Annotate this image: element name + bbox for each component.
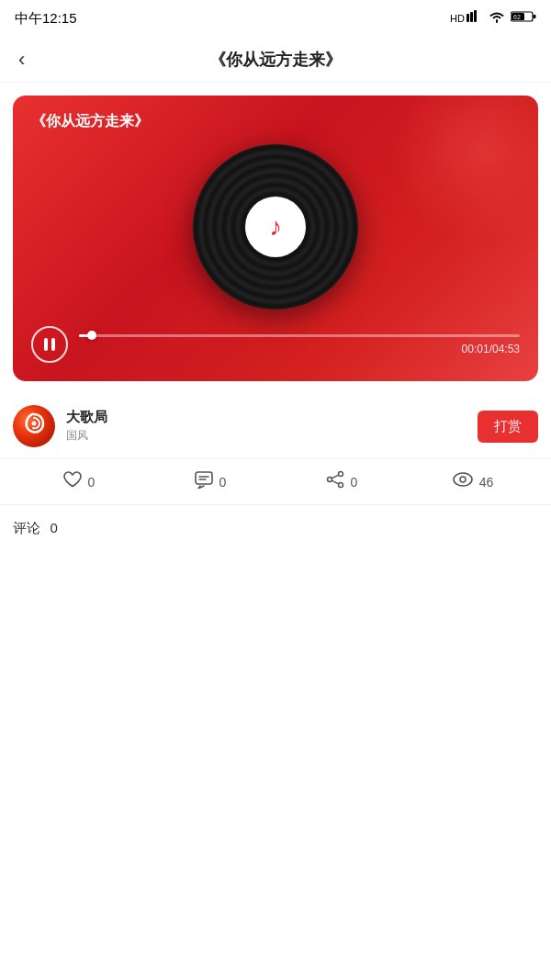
status-bar: 中午12:15 HD 62 ⚡ bbox=[0, 0, 551, 37]
svg-rect-2 bbox=[470, 12, 473, 22]
svg-point-15 bbox=[327, 478, 332, 482]
progress-container[interactable]: 00:01/04:53 bbox=[79, 334, 520, 355]
heart-icon bbox=[62, 470, 83, 493]
avatar-symbol bbox=[20, 410, 48, 443]
vinyl-center: ♪ bbox=[245, 197, 306, 257]
music-card: 《你从远方走来》 ♪ 00:01/04:53 bbox=[13, 96, 538, 381]
share-action[interactable]: 0 bbox=[276, 470, 407, 493]
svg-text:⚡: ⚡ bbox=[534, 12, 536, 21]
svg-point-14 bbox=[338, 483, 343, 488]
status-time: 中午12:15 bbox=[15, 10, 77, 28]
eye-icon bbox=[452, 471, 474, 492]
author-row: 大歌局 国风 打赏 bbox=[0, 394, 551, 459]
header: ‹ 《你从远方走来》 bbox=[0, 37, 551, 83]
author-info: 大歌局 国风 bbox=[66, 409, 478, 444]
svg-point-9 bbox=[32, 422, 37, 426]
vinyl-record: ♪ bbox=[193, 144, 358, 310]
share-count: 0 bbox=[351, 475, 358, 490]
time-display: 00:01/04:53 bbox=[79, 343, 520, 355]
player-controls: 00:01/04:53 bbox=[31, 326, 520, 363]
svg-line-17 bbox=[332, 480, 339, 484]
svg-text:62: 62 bbox=[513, 14, 521, 20]
comment-count: 0 bbox=[219, 475, 227, 490]
author-name: 大歌局 bbox=[66, 409, 478, 426]
progress-track[interactable] bbox=[79, 334, 520, 337]
comments-count: 0 bbox=[50, 520, 57, 535]
svg-rect-10 bbox=[196, 472, 212, 484]
view-count: 46 bbox=[479, 475, 494, 490]
music-card-title: 《你从远方走来》 bbox=[31, 112, 520, 131]
action-row: 0 0 0 bbox=[0, 459, 551, 505]
status-icons: HD 62 ⚡ bbox=[450, 10, 536, 28]
battery-icon: 62 ⚡ bbox=[511, 10, 536, 27]
svg-text:HD: HD bbox=[450, 13, 465, 24]
share-icon bbox=[325, 470, 345, 493]
progress-dot bbox=[87, 331, 96, 340]
comments-label: 评论 bbox=[13, 520, 40, 535]
wifi-icon bbox=[489, 10, 505, 27]
like-count: 0 bbox=[88, 475, 96, 490]
svg-rect-3 bbox=[474, 10, 477, 22]
svg-point-13 bbox=[338, 472, 343, 477]
music-note-icon: ♪ bbox=[269, 212, 282, 242]
comment-icon bbox=[194, 470, 214, 493]
svg-rect-1 bbox=[467, 14, 469, 22]
view-action: 46 bbox=[407, 471, 538, 492]
vinyl-container: ♪ bbox=[31, 144, 520, 310]
svg-point-19 bbox=[460, 477, 466, 482]
author-tag: 国风 bbox=[66, 428, 478, 444]
signal-icon: HD bbox=[450, 10, 483, 28]
pause-button[interactable] bbox=[31, 326, 68, 363]
pause-icon bbox=[44, 338, 55, 351]
comment-action[interactable]: 0 bbox=[144, 470, 276, 493]
page-title: 《你从远方走来》 bbox=[209, 49, 342, 71]
svg-line-16 bbox=[332, 475, 339, 479]
tip-button[interactable]: 打赏 bbox=[478, 411, 538, 443]
svg-point-18 bbox=[454, 473, 472, 486]
like-action[interactable]: 0 bbox=[13, 470, 144, 493]
comments-section: 评论 0 bbox=[0, 505, 551, 552]
author-avatar bbox=[13, 405, 55, 447]
back-button[interactable]: ‹ bbox=[18, 48, 25, 72]
